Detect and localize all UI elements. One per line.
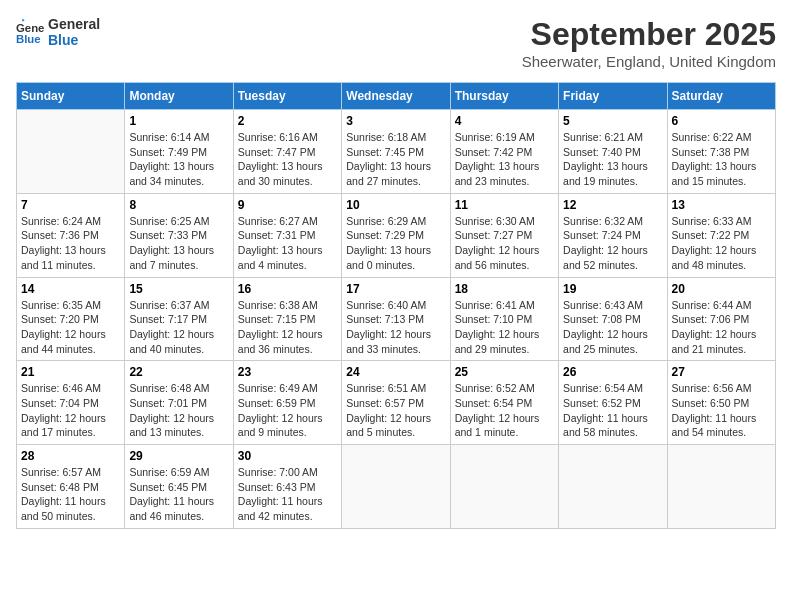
calendar-cell: 20Sunrise: 6:44 AMSunset: 7:06 PMDayligh…: [667, 277, 775, 361]
day-info: Sunrise: 6:16 AMSunset: 7:47 PMDaylight:…: [238, 130, 337, 189]
day-number: 11: [455, 198, 554, 212]
day-info: Sunrise: 6:51 AMSunset: 6:57 PMDaylight:…: [346, 381, 445, 440]
day-number: 4: [455, 114, 554, 128]
day-info: Sunrise: 6:52 AMSunset: 6:54 PMDaylight:…: [455, 381, 554, 440]
calendar-cell: [667, 445, 775, 529]
calendar-cell: 4Sunrise: 6:19 AMSunset: 7:42 PMDaylight…: [450, 110, 558, 194]
header-thursday: Thursday: [450, 83, 558, 110]
day-info: Sunrise: 6:30 AMSunset: 7:27 PMDaylight:…: [455, 214, 554, 273]
header-tuesday: Tuesday: [233, 83, 341, 110]
calendar-cell: 10Sunrise: 6:29 AMSunset: 7:29 PMDayligh…: [342, 193, 450, 277]
day-info: Sunrise: 6:37 AMSunset: 7:17 PMDaylight:…: [129, 298, 228, 357]
day-number: 6: [672, 114, 771, 128]
calendar-cell: 3Sunrise: 6:18 AMSunset: 7:45 PMDaylight…: [342, 110, 450, 194]
header-monday: Monday: [125, 83, 233, 110]
day-info: Sunrise: 6:32 AMSunset: 7:24 PMDaylight:…: [563, 214, 662, 273]
header-sunday: Sunday: [17, 83, 125, 110]
day-number: 10: [346, 198, 445, 212]
day-number: 15: [129, 282, 228, 296]
day-info: Sunrise: 7:00 AMSunset: 6:43 PMDaylight:…: [238, 465, 337, 524]
calendar-week-row: 7Sunrise: 6:24 AMSunset: 7:36 PMDaylight…: [17, 193, 776, 277]
day-number: 12: [563, 198, 662, 212]
day-number: 14: [21, 282, 120, 296]
day-info: Sunrise: 6:18 AMSunset: 7:45 PMDaylight:…: [346, 130, 445, 189]
day-info: Sunrise: 6:43 AMSunset: 7:08 PMDaylight:…: [563, 298, 662, 357]
calendar-cell: 7Sunrise: 6:24 AMSunset: 7:36 PMDaylight…: [17, 193, 125, 277]
day-number: 25: [455, 365, 554, 379]
day-number: 8: [129, 198, 228, 212]
day-info: Sunrise: 6:54 AMSunset: 6:52 PMDaylight:…: [563, 381, 662, 440]
calendar-cell: 18Sunrise: 6:41 AMSunset: 7:10 PMDayligh…: [450, 277, 558, 361]
calendar-cell: 26Sunrise: 6:54 AMSunset: 6:52 PMDayligh…: [559, 361, 667, 445]
calendar-cell: 14Sunrise: 6:35 AMSunset: 7:20 PMDayligh…: [17, 277, 125, 361]
calendar-week-row: 21Sunrise: 6:46 AMSunset: 7:04 PMDayligh…: [17, 361, 776, 445]
day-number: 28: [21, 449, 120, 463]
day-info: Sunrise: 6:41 AMSunset: 7:10 PMDaylight:…: [455, 298, 554, 357]
day-number: 20: [672, 282, 771, 296]
day-info: Sunrise: 6:24 AMSunset: 7:36 PMDaylight:…: [21, 214, 120, 273]
day-number: 16: [238, 282, 337, 296]
calendar-cell: 21Sunrise: 6:46 AMSunset: 7:04 PMDayligh…: [17, 361, 125, 445]
location: Sheerwater, England, United Kingdom: [522, 53, 776, 70]
day-number: 19: [563, 282, 662, 296]
calendar-cell: 17Sunrise: 6:40 AMSunset: 7:13 PMDayligh…: [342, 277, 450, 361]
calendar-cell: 13Sunrise: 6:33 AMSunset: 7:22 PMDayligh…: [667, 193, 775, 277]
day-number: 5: [563, 114, 662, 128]
calendar-cell: 25Sunrise: 6:52 AMSunset: 6:54 PMDayligh…: [450, 361, 558, 445]
day-number: 21: [21, 365, 120, 379]
day-info: Sunrise: 6:25 AMSunset: 7:33 PMDaylight:…: [129, 214, 228, 273]
day-info: Sunrise: 6:59 AMSunset: 6:45 PMDaylight:…: [129, 465, 228, 524]
calendar-cell: 29Sunrise: 6:59 AMSunset: 6:45 PMDayligh…: [125, 445, 233, 529]
day-info: Sunrise: 6:48 AMSunset: 7:01 PMDaylight:…: [129, 381, 228, 440]
day-number: 26: [563, 365, 662, 379]
calendar-cell: 11Sunrise: 6:30 AMSunset: 7:27 PMDayligh…: [450, 193, 558, 277]
calendar-cell: 12Sunrise: 6:32 AMSunset: 7:24 PMDayligh…: [559, 193, 667, 277]
calendar-cell: 28Sunrise: 6:57 AMSunset: 6:48 PMDayligh…: [17, 445, 125, 529]
day-info: Sunrise: 6:44 AMSunset: 7:06 PMDaylight:…: [672, 298, 771, 357]
title-block: September 2025 Sheerwater, England, Unit…: [522, 16, 776, 70]
page-header: General Blue General Blue September 2025…: [16, 16, 776, 70]
calendar-header-row: SundayMondayTuesdayWednesdayThursdayFrid…: [17, 83, 776, 110]
day-number: 24: [346, 365, 445, 379]
day-number: 29: [129, 449, 228, 463]
day-info: Sunrise: 6:27 AMSunset: 7:31 PMDaylight:…: [238, 214, 337, 273]
day-info: Sunrise: 6:19 AMSunset: 7:42 PMDaylight:…: [455, 130, 554, 189]
logo-line1: General: [48, 16, 100, 32]
day-info: Sunrise: 6:22 AMSunset: 7:38 PMDaylight:…: [672, 130, 771, 189]
calendar-cell: 30Sunrise: 7:00 AMSunset: 6:43 PMDayligh…: [233, 445, 341, 529]
month-title: September 2025: [522, 16, 776, 53]
header-wednesday: Wednesday: [342, 83, 450, 110]
day-number: 2: [238, 114, 337, 128]
day-number: 17: [346, 282, 445, 296]
day-info: Sunrise: 6:40 AMSunset: 7:13 PMDaylight:…: [346, 298, 445, 357]
calendar-cell: 27Sunrise: 6:56 AMSunset: 6:50 PMDayligh…: [667, 361, 775, 445]
day-info: Sunrise: 6:38 AMSunset: 7:15 PMDaylight:…: [238, 298, 337, 357]
calendar-cell: 22Sunrise: 6:48 AMSunset: 7:01 PMDayligh…: [125, 361, 233, 445]
calendar-cell: [559, 445, 667, 529]
calendar-cell: [17, 110, 125, 194]
day-info: Sunrise: 6:14 AMSunset: 7:49 PMDaylight:…: [129, 130, 228, 189]
calendar-cell: 23Sunrise: 6:49 AMSunset: 6:59 PMDayligh…: [233, 361, 341, 445]
day-number: 3: [346, 114, 445, 128]
day-number: 27: [672, 365, 771, 379]
header-friday: Friday: [559, 83, 667, 110]
calendar-cell: 5Sunrise: 6:21 AMSunset: 7:40 PMDaylight…: [559, 110, 667, 194]
day-number: 23: [238, 365, 337, 379]
calendar-cell: 19Sunrise: 6:43 AMSunset: 7:08 PMDayligh…: [559, 277, 667, 361]
day-info: Sunrise: 6:35 AMSunset: 7:20 PMDaylight:…: [21, 298, 120, 357]
calendar-cell: 9Sunrise: 6:27 AMSunset: 7:31 PMDaylight…: [233, 193, 341, 277]
calendar-cell: 1Sunrise: 6:14 AMSunset: 7:49 PMDaylight…: [125, 110, 233, 194]
day-number: 30: [238, 449, 337, 463]
calendar-week-row: 14Sunrise: 6:35 AMSunset: 7:20 PMDayligh…: [17, 277, 776, 361]
day-info: Sunrise: 6:57 AMSunset: 6:48 PMDaylight:…: [21, 465, 120, 524]
calendar-cell: 15Sunrise: 6:37 AMSunset: 7:17 PMDayligh…: [125, 277, 233, 361]
svg-text:Blue: Blue: [16, 33, 41, 45]
day-info: Sunrise: 6:46 AMSunset: 7:04 PMDaylight:…: [21, 381, 120, 440]
calendar-week-row: 1Sunrise: 6:14 AMSunset: 7:49 PMDaylight…: [17, 110, 776, 194]
calendar-cell: 16Sunrise: 6:38 AMSunset: 7:15 PMDayligh…: [233, 277, 341, 361]
day-number: 22: [129, 365, 228, 379]
logo: General Blue General Blue: [16, 16, 100, 48]
day-number: 7: [21, 198, 120, 212]
day-info: Sunrise: 6:49 AMSunset: 6:59 PMDaylight:…: [238, 381, 337, 440]
logo-icon: General Blue: [16, 18, 44, 46]
